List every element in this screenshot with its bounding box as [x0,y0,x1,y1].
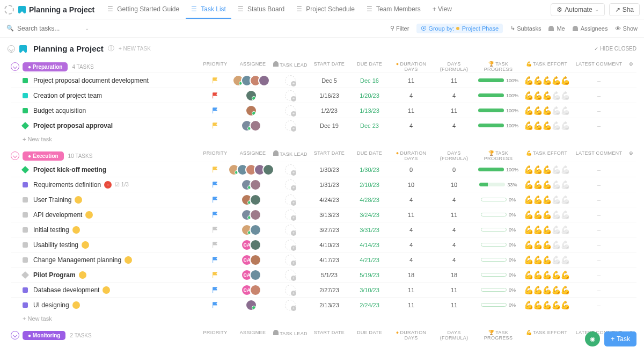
task-lead-add[interactable] [285,285,296,295]
avatar[interactable] [250,239,261,251]
task-lead-add[interactable] [285,270,296,280]
start-date[interactable]: Dec 5 [309,77,349,84]
assignee-avatars[interactable] [244,224,261,236]
priority-flag-icon[interactable] [211,226,219,234]
show-button[interactable]: 👁Show [615,25,638,32]
fab-record-button[interactable]: ◉ [585,331,600,346]
avatar[interactable] [250,209,261,221]
priority-flag-icon[interactable] [211,181,219,189]
avatar[interactable] [250,194,261,206]
avatar[interactable] [250,284,261,296]
task-effort[interactable]: 💪💪💪💪💪 [521,121,572,131]
assignee-avatars[interactable] [248,105,257,117]
priority-flag-icon[interactable] [211,77,219,84]
assignee-avatars[interactable] [244,179,261,191]
groupby-button[interactable]: ⦿Group by: Project Phase [416,24,503,33]
task-effort[interactable]: 💪💪💪💪💪 [521,195,572,205]
start-date[interactable]: 4/24/23 [309,197,349,203]
start-date[interactable]: 3/27/23 [309,227,349,233]
task-row[interactable]: Project proposal document development De… [11,73,636,88]
task-progress[interactable]: 100% [475,167,521,172]
task-row[interactable]: Budget acquisition 1/2/23 1/13/23 11 11 … [11,103,636,118]
add-column-icon[interactable]: ⊕ [626,61,636,72]
assignee-avatars[interactable] [248,299,257,311]
latest-comment[interactable]: – [572,182,626,188]
task-lead-add[interactable] [285,120,296,131]
priority-flag-icon[interactable] [211,301,219,309]
task-name[interactable]: Project proposal document development [33,77,196,84]
start-date[interactable]: 4/17/23 [309,257,349,263]
task-name[interactable]: Change Management planning [33,256,196,264]
task-effort[interactable]: 💪💪💪💪💪 [521,106,572,115]
task-progress[interactable]: 0% [475,302,521,308]
priority-flag-icon[interactable] [211,271,219,279]
status-icon[interactable] [23,242,28,248]
assignee-avatars[interactable]: CA [244,239,261,251]
task-progress[interactable]: 100% [475,123,521,128]
task-row[interactable]: Requirements definition − ☑ 1/3 1/31/23 … [11,177,636,192]
task-name[interactable]: Creation of project team [33,92,196,99]
task-progress[interactable]: 100% [475,93,521,98]
hide-closed-button[interactable]: ✓HIDE CLOSED [594,46,636,52]
priority-flag-icon[interactable] [211,107,219,114]
assignee-avatars[interactable] [236,75,270,86]
task-progress[interactable]: 0% [475,257,521,263]
filter-button[interactable]: ⚲Filter [390,25,409,32]
task-row[interactable]: Database development CA 2/27/23 3/10/23 … [11,282,636,297]
due-date[interactable]: 4/14/23 [349,242,390,248]
task-name[interactable]: API development [33,211,196,219]
task-row[interactable]: Usability testing CA 4/10/23 4/14/23 4 4… [11,237,636,252]
task-row[interactable]: Initial testing 3/27/23 3/31/23 4 4 0% 💪… [11,222,636,237]
status-icon[interactable] [23,257,28,263]
group-pill[interactable]: ● Monitoring [23,331,65,340]
add-column-icon[interactable]: ⊕ [626,150,636,161]
task-progress[interactable]: 100% [475,108,521,113]
latest-comment[interactable]: – [572,287,626,293]
task-lead-add[interactable] [285,240,296,250]
new-task-header-button[interactable]: + NEW TASK [119,46,151,52]
task-lead-add[interactable] [285,209,296,220]
assignee-avatars[interactable]: CA [244,254,261,266]
group-collapse-icon[interactable] [11,331,19,339]
assignee-avatars[interactable] [244,194,261,206]
task-effort[interactable]: 💪💪💪💪💪 [521,300,572,310]
task-progress[interactable]: 0% [475,197,521,203]
avatar[interactable] [245,90,257,102]
tab-project-schedule[interactable]: ☰Project Schedule [291,0,360,19]
task-effort[interactable]: 💪💪💪💪💪 [521,91,572,100]
share-button[interactable]: ↗Sha [609,3,640,16]
latest-comment[interactable]: – [572,242,626,248]
status-icon[interactable] [21,271,29,278]
priority-flag-icon[interactable] [211,122,219,129]
task-row[interactable]: Creation of project team 1/16/23 1/20/23… [11,88,636,103]
due-date[interactable]: 2/24/23 [349,302,390,308]
assignee-avatars[interactable]: CA [244,269,261,281]
task-row[interactable]: User Training 4/24/23 4/28/23 4 4 0% 💪💪💪… [11,192,636,207]
status-icon[interactable] [23,197,28,203]
task-effort[interactable]: 💪💪💪💪💪 [521,76,572,85]
due-date[interactable]: 3/10/23 [349,287,390,293]
task-lead-add[interactable] [285,255,296,265]
task-effort[interactable]: 💪💪💪💪💪 [521,180,572,190]
tab-team-members[interactable]: ☰Team Members [361,0,426,19]
task-name[interactable]: Database development [33,286,196,294]
new-task-button[interactable]: + New task [11,312,636,324]
task-effort[interactable]: 💪💪💪💪💪 [521,165,572,175]
fab-task-button[interactable]: +Task [604,331,636,346]
subtasks-button[interactable]: ↳Subtasks [510,25,541,32]
task-row[interactable]: Project kick-off meeting 1/30/23 1/30/23… [11,162,636,177]
latest-comment[interactable]: – [572,212,626,218]
task-progress[interactable]: 33% [475,182,521,187]
search-chevron-icon[interactable]: ⌄ [85,25,89,31]
task-name[interactable]: Usability testing [33,241,196,249]
task-name[interactable]: Project proposal approval [33,122,196,129]
task-progress[interactable]: 0% [475,212,521,218]
collapse-all-icon[interactable] [8,45,15,53]
avatar[interactable] [258,75,270,86]
task-progress[interactable]: 0% [475,227,521,233]
task-lead-add[interactable] [285,90,296,101]
start-date[interactable]: Dec 19 [309,122,349,129]
start-date[interactable]: 1/30/23 [309,167,349,173]
task-lead-add[interactable] [285,194,296,205]
group-pill[interactable]: ● Execution [23,151,64,161]
